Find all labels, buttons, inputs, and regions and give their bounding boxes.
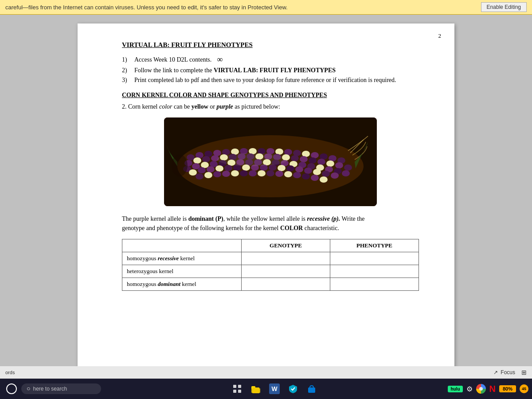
svg-point-70 [295, 166, 303, 172]
document-area: 2 VIRTUAL LAB: FRUIT FLY PHENOTYPES 1) A… [0, 15, 532, 366]
table-header-phenotype: PHENOTYPE [330, 239, 419, 252]
svg-point-5 [213, 150, 221, 156]
svg-point-38 [344, 164, 352, 171]
search-icon: ○ [27, 385, 30, 392]
svg-point-42 [210, 161, 218, 167]
svg-point-4 [204, 151, 212, 157]
svg-point-72 [313, 169, 321, 175]
corn-intro-italic: color [159, 103, 172, 110]
netflix-icon[interactable]: N [489, 384, 496, 394]
power-value: 45 [522, 387, 526, 391]
enable-editing-button[interactable]: Enable Editing [481, 2, 527, 12]
battery-indicator: 80% [499, 385, 516, 392]
svg-point-21 [193, 157, 201, 164]
page-number: 2 [438, 32, 442, 39]
hulu-badge[interactable]: hulu [448, 386, 462, 392]
svg-point-69 [286, 165, 294, 172]
svg-rect-92 [233, 385, 236, 388]
table-cell-label-1: homozygous recessive kernel [122, 252, 242, 265]
svg-point-32 [291, 155, 299, 161]
corn-svg [164, 117, 377, 206]
svg-point-41 [201, 162, 209, 168]
svg-point-68 [278, 165, 286, 171]
svg-rect-95 [238, 390, 241, 393]
description-text: The purple kernel allele is dominant (P)… [122, 214, 419, 233]
word-logo: W [269, 383, 280, 394]
doc-title: VIRTUAL LAB: FRUIT FLY PHENOTYPES [122, 41, 419, 49]
corn-intro-text: 2. Corn kernel color can be yellow or pu… [122, 103, 419, 110]
svg-point-61 [215, 165, 223, 172]
list-item: 2) Follow the link to complete the VIRTU… [122, 67, 419, 74]
start-button[interactable] [4, 381, 20, 397]
table-cell-phenotype-3[interactable] [330, 278, 419, 291]
table-cell-phenotype-2[interactable] [330, 265, 419, 278]
corn-intro-purple: purple [216, 103, 233, 110]
focus-icon: ↗ [493, 369, 498, 376]
svg-point-35 [317, 159, 325, 165]
file-explorer-icon[interactable] [247, 380, 265, 398]
start-circle-icon [6, 383, 17, 394]
word-icon[interactable]: W [266, 380, 283, 398]
svg-point-58 [189, 169, 197, 176]
focus-area: ↗ Focus ⊞ [493, 369, 527, 376]
svg-point-84 [275, 171, 283, 177]
corn-image-container [122, 117, 419, 206]
protected-view-banner: careful—files from the Internet can cont… [0, 0, 532, 15]
svg-point-34 [309, 157, 317, 164]
svg-point-85 [284, 171, 292, 177]
svg-point-88 [311, 175, 319, 181]
settings-icon[interactable]: ⚙ [466, 385, 473, 393]
svg-point-76 [204, 172, 212, 178]
step-2-text: Follow the link to complete the VIRTUAL … [134, 67, 336, 74]
svg-point-78 [222, 171, 230, 177]
corn-image [164, 117, 377, 206]
table-cell-genotype-3[interactable] [242, 278, 330, 291]
defender-icon[interactable] [284, 380, 302, 398]
banner-text: careful—files from the Internet can cont… [5, 4, 288, 11]
svg-point-73 [322, 171, 330, 177]
table-row: heterozygous kernel [122, 265, 419, 278]
svg-point-16 [311, 152, 319, 158]
taskbar: ○ here to search W hulu ⚙ [0, 379, 532, 399]
power-status-icon[interactable]: 45 [520, 384, 528, 393]
table-cell-genotype-1[interactable] [242, 252, 330, 265]
svg-point-80 [240, 170, 248, 176]
svg-point-83 [266, 170, 274, 176]
step-3-num: 3) [122, 77, 131, 84]
svg-point-3 [196, 152, 203, 158]
system-tray: hulu ⚙ N 80% 45 [448, 384, 528, 394]
table-cell-phenotype-1[interactable] [330, 252, 419, 265]
svg-point-13 [284, 149, 292, 155]
kernel-table-container: GENOTYPE PHENOTYPE homozygous recessive … [122, 239, 419, 291]
svg-point-18 [329, 155, 336, 161]
infinity-icon: ∞ [217, 55, 223, 64]
svg-point-37 [335, 162, 343, 168]
step-1-num: 1) [122, 56, 131, 63]
list-item: 1) Access Week 10 D2L contents. ∞ [122, 55, 419, 64]
step-3-text: Print completed lab to pdf and then save… [134, 77, 396, 84]
dominant-text: dominant (P) [188, 215, 223, 222]
step-2-num: 2) [122, 67, 131, 74]
task-view-icon[interactable] [228, 380, 246, 398]
svg-point-81 [249, 170, 257, 176]
svg-point-74 [331, 172, 339, 179]
svg-point-79 [231, 170, 239, 176]
svg-point-11 [266, 148, 274, 154]
corn-intro-yellow: yellow [192, 103, 208, 110]
svg-rect-98 [252, 387, 259, 393]
svg-point-86 [293, 172, 301, 178]
table-row: homozygous dominant kernel [122, 278, 419, 291]
svg-point-71 [304, 168, 312, 174]
table-header-row: GENOTYPE PHENOTYPE [122, 239, 419, 252]
table-cell-genotype-2[interactable] [242, 265, 330, 278]
table-cell-label-2: heterozygous kernel [122, 265, 242, 278]
focus-label: Focus [501, 369, 515, 376]
search-bar[interactable]: ○ here to search [21, 383, 101, 394]
chrome-icon[interactable] [476, 384, 486, 394]
svg-rect-99 [308, 387, 315, 393]
svg-point-14 [293, 150, 301, 156]
svg-point-33 [300, 156, 308, 162]
svg-point-57 [342, 170, 350, 176]
store-icon[interactable] [303, 380, 321, 398]
svg-point-90 [172, 154, 188, 176]
